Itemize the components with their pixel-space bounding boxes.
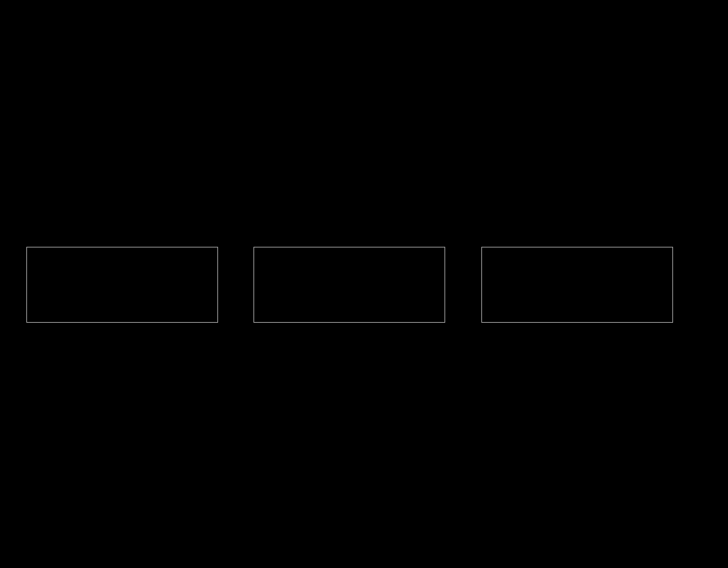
ionogram-plot-top	[0, 14, 545, 239]
thumbnail-original-ionogram-image	[26, 247, 218, 323]
thumbnail-evidence-f2-trace-image	[481, 247, 673, 323]
thumbnail-original-ionogram	[26, 247, 218, 326]
thumbnail-eliminate-reflections-image	[253, 247, 445, 323]
autoscala-window	[0, 0, 728, 568]
thumbnail-evidence-f2-trace	[481, 247, 673, 326]
ionogram-plot-bottom	[0, 342, 545, 568]
thumbnail-eliminate-reflections	[253, 247, 445, 326]
